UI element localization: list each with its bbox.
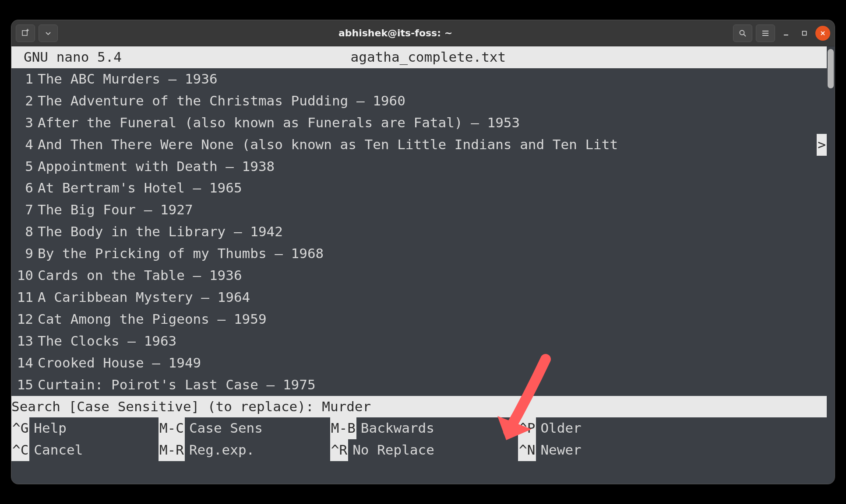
shortcut-key: ^G [11, 417, 29, 439]
new-tab-icon [21, 29, 30, 38]
shortcut-row-1: ^GHelpM-CCase SensM-BBackwards^POlder [11, 417, 827, 439]
svg-rect-0 [22, 31, 27, 35]
terminal-area[interactable]: GNU nano 5.4 agatha_complete.txt 1The AB… [11, 46, 835, 484]
shortcut-cell: ^GHelp [11, 417, 159, 439]
minimize-icon [783, 30, 789, 36]
search-prompt-row[interactable]: Search [Case Sensitive] (to replace): Mu… [11, 396, 827, 418]
line-number: 15 [11, 374, 38, 396]
nano-filename: agatha_complete.txt [351, 49, 506, 65]
close-icon [820, 30, 826, 36]
line-number: 10 [11, 265, 38, 287]
search-icon [739, 29, 747, 37]
line-number: 8 [11, 221, 38, 243]
line-number: 1 [11, 68, 38, 90]
file-line: 11A Caribbean Mystery – 1964 [11, 287, 827, 308]
file-line: 13The Clocks – 1963 [11, 330, 827, 352]
overflow-indicator: > [817, 134, 827, 156]
file-line: 3After the Funeral (also known as Funera… [11, 112, 827, 134]
line-text: Cards on the Table – 1936 [38, 265, 827, 287]
tab-dropdown-button[interactable] [39, 24, 58, 42]
shortcut-cell: ^CCancel [11, 439, 159, 461]
terminal-window: abhishek@its-foss: ~ GNU nano 5.4 [11, 20, 835, 484]
file-line: 15Curtain: Poirot's Last Case – 1975 [11, 374, 827, 396]
shortcut-cell: ^POlder [518, 417, 632, 439]
line-number: 9 [11, 243, 38, 265]
file-line: 7The Big Four – 1927 [11, 199, 827, 221]
window-title: abhishek@its-foss: ~ [61, 28, 730, 38]
shortcut-label: Help [29, 417, 67, 439]
shortcut-key: ^R [330, 439, 348, 461]
line-text: Curtain: Poirot's Last Case – 1975 [38, 374, 827, 396]
file-line: 14Crooked House – 1949 [11, 352, 827, 374]
shortcut-key: M-C [159, 417, 185, 439]
shortcut-key: ^C [11, 439, 29, 461]
scrollbar-thumb[interactable] [828, 49, 834, 88]
svg-line-4 [744, 34, 746, 36]
line-text: The Body in the Library – 1942 [38, 221, 827, 243]
shortcut-cell: M-CCase Sens [159, 417, 330, 439]
line-text: At Bertram's Hotel – 1965 [38, 177, 827, 199]
line-text: Crooked House – 1949 [38, 352, 827, 374]
line-text: Appointment with Death – 1938 [38, 156, 827, 178]
hamburger-icon [761, 29, 769, 37]
menu-button[interactable] [756, 24, 775, 42]
line-text: Cat Among the Pigeons – 1959 [38, 308, 827, 330]
search-input-value[interactable]: Murder [322, 399, 371, 414]
shortcut-label: Newer [536, 439, 581, 461]
file-line: 1The ABC Murders – 1936 [11, 68, 827, 90]
file-line: 8The Body in the Library – 1942 [11, 221, 827, 243]
search-button[interactable] [733, 24, 752, 42]
shortcut-label: Case Sens [185, 417, 263, 439]
line-text: The ABC Murders – 1936 [38, 68, 827, 90]
search-prompt-text: Search [Case Sensitive] (to replace): [11, 399, 322, 414]
line-number: 13 [11, 330, 38, 352]
scrollbar[interactable] [828, 49, 834, 484]
line-text: A Caribbean Mystery – 1964 [38, 287, 827, 308]
line-number: 11 [11, 287, 38, 308]
file-line: 4And Then There Were None (also known as… [11, 134, 827, 156]
new-tab-button[interactable] [16, 24, 35, 42]
file-line: 12Cat Among the Pigeons – 1959 [11, 308, 827, 330]
shortcut-cell: ^RNo Replace [330, 439, 518, 461]
file-line: 10Cards on the Table – 1936 [11, 265, 827, 287]
shortcut-label: No Replace [348, 439, 434, 461]
line-text: By the Pricking of my Thumbs – 1968 [38, 243, 827, 265]
line-number: 14 [11, 352, 38, 374]
close-button[interactable] [815, 26, 830, 41]
shortcut-label: Cancel [29, 439, 83, 461]
titlebar: abhishek@its-foss: ~ [11, 20, 835, 46]
svg-point-3 [740, 30, 744, 35]
file-line: 9By the Pricking of my Thumbs – 1968 [11, 243, 827, 265]
line-number: 3 [11, 112, 38, 134]
shortcut-label: Backwards [356, 417, 434, 439]
line-number: 4 [11, 134, 38, 156]
shortcut-cell: M-BBackwards [330, 417, 518, 439]
shortcut-cell: ^NNewer [518, 439, 632, 461]
line-number: 6 [11, 177, 38, 199]
file-line: 5Appointment with Death – 1938 [11, 156, 827, 178]
shortcut-label: Older [536, 417, 581, 439]
line-number: 12 [11, 308, 38, 330]
shortcut-key: ^P [518, 417, 536, 439]
shortcut-key: M-R [159, 439, 185, 461]
file-line: 2The Adventure of the Christmas Pudding … [11, 90, 827, 112]
nano-app-name: GNU nano 5.4 [24, 49, 122, 65]
line-text: The Clocks – 1963 [38, 330, 827, 352]
minimize-button[interactable] [779, 26, 793, 41]
file-line: 6At Bertram's Hotel – 1965 [11, 177, 827, 199]
maximize-button[interactable] [797, 26, 812, 41]
line-text: After the Funeral (also known as Funeral… [38, 112, 827, 134]
chevron-down-icon [45, 30, 52, 37]
line-number: 2 [11, 90, 38, 112]
line-text: And Then There Were None (also known as … [38, 134, 817, 156]
shortcut-key: M-B [330, 417, 356, 439]
shortcut-key: ^N [518, 439, 536, 461]
shortcut-label: Reg.exp. [185, 439, 254, 461]
nano-header: GNU nano 5.4 agatha_complete.txt [11, 46, 827, 68]
line-number: 7 [11, 199, 38, 221]
shortcut-row-2: ^CCancelM-RReg.exp.^RNo Replace^NNewer [11, 439, 827, 461]
shortcut-cell: M-RReg.exp. [159, 439, 330, 461]
line-text: The Adventure of the Christmas Pudding –… [38, 90, 827, 112]
maximize-icon [801, 30, 807, 36]
line-number: 5 [11, 156, 38, 178]
